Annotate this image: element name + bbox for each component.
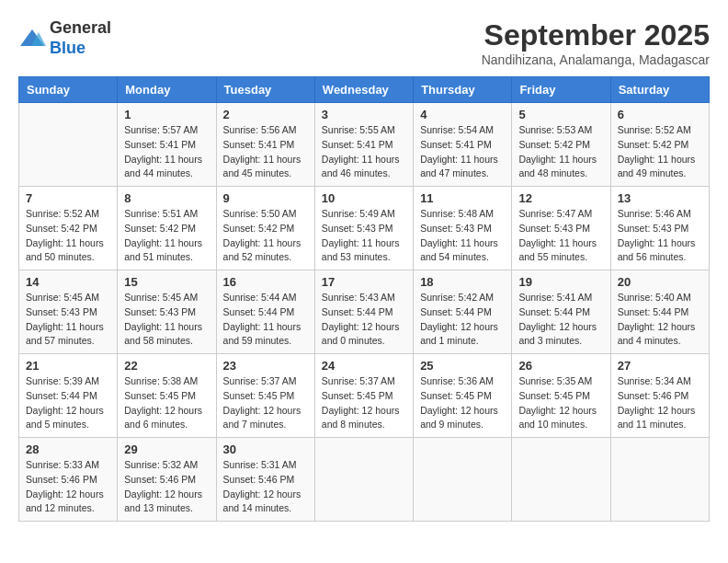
header-day-friday: Friday bbox=[512, 77, 610, 103]
calendar-cell: 3Sunrise: 5:55 AM Sunset: 5:41 PM Daylig… bbox=[314, 103, 413, 187]
calendar-cell: 21Sunrise: 5:39 AM Sunset: 5:44 PM Dayli… bbox=[19, 354, 118, 438]
day-info: Sunrise: 5:53 AM Sunset: 5:42 PM Dayligh… bbox=[518, 123, 603, 181]
calendar-cell bbox=[512, 438, 610, 522]
month-year: September 2025 bbox=[482, 18, 710, 52]
day-number: 5 bbox=[518, 108, 603, 121]
day-number: 10 bbox=[322, 191, 406, 205]
day-info: Sunrise: 5:50 AM Sunset: 5:42 PM Dayligh… bbox=[223, 207, 308, 265]
calendar-body: 1Sunrise: 5:57 AM Sunset: 5:41 PM Daylig… bbox=[19, 103, 710, 522]
logo-general: General bbox=[50, 18, 111, 37]
day-info: Sunrise: 5:37 AM Sunset: 5:45 PM Dayligh… bbox=[322, 374, 406, 432]
calendar-cell bbox=[314, 438, 413, 522]
day-number: 8 bbox=[124, 191, 209, 205]
calendar-cell: 5Sunrise: 5:53 AM Sunset: 5:42 PM Daylig… bbox=[512, 103, 610, 187]
header-day-monday: Monday bbox=[118, 77, 216, 103]
day-number: 14 bbox=[26, 275, 110, 289]
title-block: September 2025 Nandihizana, Analamanga, … bbox=[482, 18, 710, 67]
day-info: Sunrise: 5:40 AM Sunset: 5:44 PM Dayligh… bbox=[618, 291, 702, 349]
location: Nandihizana, Analamanga, Madagascar bbox=[482, 52, 710, 67]
calendar-cell: 23Sunrise: 5:37 AM Sunset: 5:45 PM Dayli… bbox=[216, 354, 314, 438]
day-info: Sunrise: 5:47 AM Sunset: 5:43 PM Dayligh… bbox=[518, 207, 603, 265]
day-number: 13 bbox=[618, 191, 702, 205]
calendar-cell: 4Sunrise: 5:54 AM Sunset: 5:41 PM Daylig… bbox=[414, 103, 512, 187]
day-info: Sunrise: 5:56 AM Sunset: 5:41 PM Dayligh… bbox=[223, 123, 308, 181]
header-day-thursday: Thursday bbox=[414, 77, 512, 103]
day-info: Sunrise: 5:46 AM Sunset: 5:43 PM Dayligh… bbox=[618, 207, 702, 265]
day-number: 26 bbox=[518, 359, 603, 373]
calendar-cell: 10Sunrise: 5:49 AM Sunset: 5:43 PM Dayli… bbox=[314, 187, 413, 270]
calendar-table: SundayMondayTuesdayWednesdayThursdayFrid… bbox=[18, 76, 710, 522]
day-info: Sunrise: 5:32 AM Sunset: 5:46 PM Dayligh… bbox=[124, 458, 209, 516]
day-number: 28 bbox=[26, 442, 110, 456]
calendar-cell: 12Sunrise: 5:47 AM Sunset: 5:43 PM Dayli… bbox=[512, 187, 610, 270]
calendar-cell: 17Sunrise: 5:43 AM Sunset: 5:44 PM Dayli… bbox=[314, 270, 413, 354]
day-number: 29 bbox=[124, 442, 209, 456]
calendar-cell: 25Sunrise: 5:36 AM Sunset: 5:45 PM Dayli… bbox=[414, 354, 512, 438]
day-info: Sunrise: 5:52 AM Sunset: 5:42 PM Dayligh… bbox=[26, 207, 110, 265]
day-info: Sunrise: 5:45 AM Sunset: 5:43 PM Dayligh… bbox=[124, 291, 209, 349]
calendar-cell: 9Sunrise: 5:50 AM Sunset: 5:42 PM Daylig… bbox=[216, 187, 314, 270]
logo-blue: Blue bbox=[50, 39, 85, 57]
logo-icon bbox=[18, 28, 46, 50]
calendar-header: SundayMondayTuesdayWednesdayThursdayFrid… bbox=[19, 77, 710, 103]
day-number: 27 bbox=[618, 359, 702, 373]
calendar-cell bbox=[414, 438, 512, 522]
day-number: 3 bbox=[322, 108, 406, 121]
calendar-cell bbox=[610, 438, 709, 522]
calendar-cell: 19Sunrise: 5:41 AM Sunset: 5:44 PM Dayli… bbox=[512, 270, 610, 354]
day-number: 19 bbox=[518, 275, 603, 289]
day-info: Sunrise: 5:35 AM Sunset: 5:45 PM Dayligh… bbox=[518, 374, 603, 432]
calendar-week-row: 1Sunrise: 5:57 AM Sunset: 5:41 PM Daylig… bbox=[19, 103, 710, 187]
calendar-cell: 16Sunrise: 5:44 AM Sunset: 5:44 PM Dayli… bbox=[216, 270, 314, 354]
calendar-week-row: 14Sunrise: 5:45 AM Sunset: 5:43 PM Dayli… bbox=[19, 270, 710, 354]
calendar-cell: 22Sunrise: 5:38 AM Sunset: 5:45 PM Dayli… bbox=[118, 354, 216, 438]
day-number: 23 bbox=[223, 359, 308, 373]
calendar-cell: 13Sunrise: 5:46 AM Sunset: 5:43 PM Dayli… bbox=[610, 187, 709, 270]
calendar-week-row: 28Sunrise: 5:33 AM Sunset: 5:46 PM Dayli… bbox=[19, 438, 710, 522]
calendar-cell: 11Sunrise: 5:48 AM Sunset: 5:43 PM Dayli… bbox=[414, 187, 512, 270]
day-number: 22 bbox=[124, 359, 209, 373]
calendar-cell: 26Sunrise: 5:35 AM Sunset: 5:45 PM Dayli… bbox=[512, 354, 610, 438]
page-header: General Blue September 2025 Nandihizana,… bbox=[18, 18, 710, 67]
day-info: Sunrise: 5:45 AM Sunset: 5:43 PM Dayligh… bbox=[26, 291, 110, 349]
day-number: 24 bbox=[322, 359, 406, 373]
day-info: Sunrise: 5:38 AM Sunset: 5:45 PM Dayligh… bbox=[124, 374, 209, 432]
calendar-week-row: 7Sunrise: 5:52 AM Sunset: 5:42 PM Daylig… bbox=[19, 187, 710, 270]
logo: General Blue bbox=[18, 18, 111, 58]
day-info: Sunrise: 5:39 AM Sunset: 5:44 PM Dayligh… bbox=[26, 374, 110, 432]
header-day-wednesday: Wednesday bbox=[314, 77, 413, 103]
logo-text: General Blue bbox=[50, 18, 111, 58]
header-day-sunday: Sunday bbox=[19, 77, 118, 103]
day-number: 30 bbox=[223, 442, 308, 456]
day-info: Sunrise: 5:49 AM Sunset: 5:43 PM Dayligh… bbox=[322, 207, 406, 265]
day-info: Sunrise: 5:54 AM Sunset: 5:41 PM Dayligh… bbox=[420, 123, 505, 181]
day-number: 12 bbox=[518, 191, 603, 205]
day-number: 21 bbox=[26, 359, 110, 373]
day-number: 16 bbox=[223, 275, 308, 289]
calendar-cell: 18Sunrise: 5:42 AM Sunset: 5:44 PM Dayli… bbox=[414, 270, 512, 354]
day-info: Sunrise: 5:42 AM Sunset: 5:44 PM Dayligh… bbox=[420, 291, 505, 349]
calendar-cell: 29Sunrise: 5:32 AM Sunset: 5:46 PM Dayli… bbox=[118, 438, 216, 522]
calendar-cell: 1Sunrise: 5:57 AM Sunset: 5:41 PM Daylig… bbox=[118, 103, 216, 187]
header-day-tuesday: Tuesday bbox=[216, 77, 314, 103]
day-info: Sunrise: 5:31 AM Sunset: 5:46 PM Dayligh… bbox=[223, 458, 308, 516]
day-number: 7 bbox=[26, 191, 110, 205]
day-number: 2 bbox=[223, 108, 308, 121]
calendar-cell: 14Sunrise: 5:45 AM Sunset: 5:43 PM Dayli… bbox=[19, 270, 118, 354]
day-info: Sunrise: 5:43 AM Sunset: 5:44 PM Dayligh… bbox=[322, 291, 406, 349]
header-day-saturday: Saturday bbox=[610, 77, 709, 103]
day-number: 25 bbox=[420, 359, 505, 373]
day-number: 1 bbox=[124, 108, 209, 121]
day-info: Sunrise: 5:37 AM Sunset: 5:45 PM Dayligh… bbox=[223, 374, 308, 432]
calendar-cell: 24Sunrise: 5:37 AM Sunset: 5:45 PM Dayli… bbox=[314, 354, 413, 438]
day-info: Sunrise: 5:55 AM Sunset: 5:41 PM Dayligh… bbox=[322, 123, 406, 181]
day-number: 20 bbox=[618, 275, 702, 289]
calendar-week-row: 21Sunrise: 5:39 AM Sunset: 5:44 PM Dayli… bbox=[19, 354, 710, 438]
day-info: Sunrise: 5:48 AM Sunset: 5:43 PM Dayligh… bbox=[420, 207, 505, 265]
calendar-cell: 2Sunrise: 5:56 AM Sunset: 5:41 PM Daylig… bbox=[216, 103, 314, 187]
calendar-cell bbox=[19, 103, 118, 187]
calendar-cell: 6Sunrise: 5:52 AM Sunset: 5:42 PM Daylig… bbox=[610, 103, 709, 187]
day-info: Sunrise: 5:52 AM Sunset: 5:42 PM Dayligh… bbox=[618, 123, 702, 181]
calendar-cell: 20Sunrise: 5:40 AM Sunset: 5:44 PM Dayli… bbox=[610, 270, 709, 354]
day-number: 9 bbox=[223, 191, 308, 205]
